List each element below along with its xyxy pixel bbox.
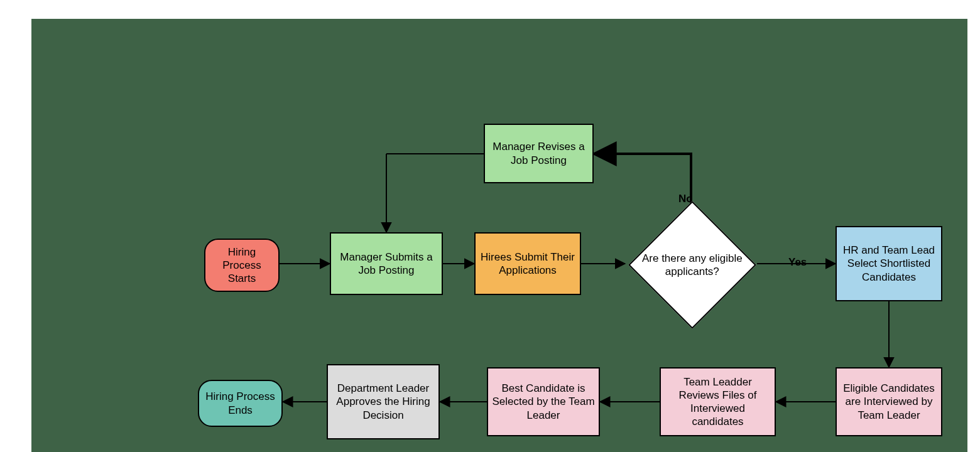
- submit-posting-node: Manager Submits a Job Posting: [330, 232, 443, 295]
- select-best-label: Best Candidate is Selected by the Team L…: [492, 382, 595, 422]
- flowchart-canvas: Hiring Process Starts Manager Submits a …: [31, 19, 967, 452]
- revise-posting-label: Manager Revises a Job Posting: [489, 140, 589, 167]
- end-node: Hiring Process Ends: [198, 380, 283, 427]
- revise-posting-node: Manager Revises a Job Posting: [484, 124, 594, 183]
- edge-label-yes: Yes: [788, 256, 807, 269]
- edge-label-no: No: [678, 193, 693, 205]
- shortlist-label: HR and Team Lead Select Shortlisted Cand…: [841, 244, 937, 284]
- interview-node: Eligible Candidates are Interviewed by T…: [836, 367, 942, 436]
- review-files-label: Team Leadder Reviews Files of Interviewe…: [665, 375, 771, 429]
- approve-decision-label: Department Leader Approves the Hiring De…: [332, 382, 435, 422]
- end-label: Hiring Process Ends: [203, 390, 278, 417]
- eligible-decision-label: Are there any eligible applicants?: [636, 252, 749, 279]
- shortlist-node: HR and Team Lead Select Shortlisted Cand…: [836, 226, 942, 301]
- interview-label: Eligible Candidates are Interviewed by T…: [841, 382, 937, 422]
- hirees-apply-label: Hirees Submit Their Applications: [479, 250, 576, 277]
- select-best-node: Best Candidate is Selected by the Team L…: [487, 367, 600, 436]
- eligible-decision-node: Are there any eligible applicants?: [628, 201, 756, 329]
- start-node: Hiring Process Starts: [204, 239, 280, 292]
- review-files-node: Team Leadder Reviews Files of Interviewe…: [660, 367, 776, 436]
- hirees-apply-node: Hirees Submit Their Applications: [474, 232, 581, 295]
- submit-posting-label: Manager Submits a Job Posting: [335, 250, 438, 277]
- start-label: Hiring Process Starts: [209, 245, 275, 286]
- approve-decision-node: Department Leader Approves the Hiring De…: [327, 364, 440, 439]
